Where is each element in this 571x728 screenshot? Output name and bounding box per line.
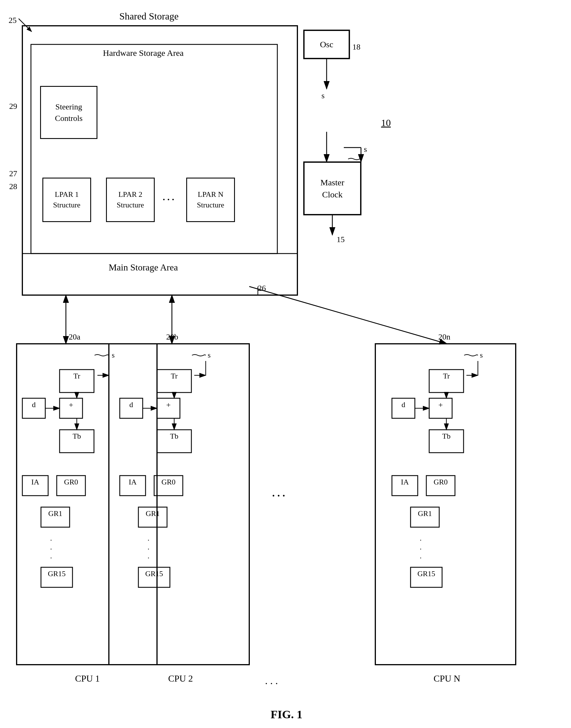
lpar-dots: . . . [163, 192, 174, 203]
osc-box: Osc [304, 30, 350, 59]
hardware-storage-label: Hardware Storage Area [57, 48, 229, 58]
ref-20b: 20b [166, 332, 178, 342]
svg-line-15 [249, 286, 447, 344]
svg-rect-4 [31, 44, 277, 254]
cpu1-plus-label: + [62, 400, 81, 410]
osc-s-label: s [322, 91, 325, 100]
cpu-bottom-dots: . . . [265, 675, 278, 687]
cpu1-gr15-label: GR15 [43, 570, 71, 578]
cpu2-gr15-label: GR15 [140, 570, 168, 578]
cpu2-gr1-label: GR1 [140, 509, 165, 518]
cpun-d-label: d [394, 400, 413, 409]
ref-26: 26 [258, 284, 266, 293]
ref25-arrow [16, 16, 39, 39]
cpu2-s-label: s [208, 351, 211, 360]
cpun-tr-label: Tr [431, 372, 462, 380]
cpu1-ia-label: IA [24, 478, 46, 486]
lpar2-box: LPAR 2Structure [106, 177, 155, 222]
cpun-s-label: s [480, 351, 483, 360]
svg-rect-16 [17, 344, 157, 665]
cpu1-d-label: d [24, 400, 43, 409]
cpun-gr15-label: GR15 [413, 570, 440, 578]
cpu2-ia-label: IA [122, 478, 143, 486]
cpun-bottom-label: CPU N [385, 673, 508, 684]
cpun-tb-label: Tb [431, 432, 462, 441]
lparn-box: LPAR NStructure [186, 177, 235, 222]
shared-storage-label: Shared Storage [92, 11, 206, 22]
ref-20a: 20a [69, 332, 80, 342]
diagram: 25 Shared Storage Hardware Storage Area … [0, 0, 571, 728]
svg-rect-18 [375, 344, 516, 665]
cpun-dots: ··· [420, 536, 422, 563]
cpu2-tr-label: Tr [159, 372, 189, 380]
cpu2-d-label: d [122, 400, 141, 409]
cpu2-bottom-label: CPU 2 [119, 673, 242, 684]
cpu1-dots: ··· [50, 536, 52, 563]
cpu1-tb-label: Tb [62, 432, 92, 441]
cpu2-dots: ··· [147, 536, 149, 563]
cpu1-gr1-label: GR1 [43, 509, 68, 518]
cpu2-plus-label: + [159, 400, 178, 410]
cpu1-gr0-label: GR0 [59, 478, 83, 486]
cpu-dots: . . . [272, 487, 285, 499]
cpun-gr1-label: GR1 [413, 509, 437, 518]
cpu1-tr-label: Tr [62, 372, 92, 380]
fig1-caption: FIG. 1 [201, 708, 372, 721]
ref-18: 18 [352, 42, 360, 51]
cpu1-s-label: s [112, 351, 115, 360]
ref-25: 25 [9, 16, 17, 25]
lpar1-box: LPAR 1Structure [42, 177, 91, 222]
cpun-gr0-label: GR0 [428, 478, 453, 486]
ref-27: 27 [9, 169, 17, 178]
ref-15: 15 [337, 235, 345, 244]
ref-28: 28 [9, 182, 17, 191]
master-clock-box: MasterClock [304, 162, 361, 215]
ref-20n: 20n [438, 332, 450, 342]
svg-rect-3 [22, 26, 298, 295]
ref-10: 10 [381, 117, 391, 128]
svg-line-59 [19, 19, 31, 31]
cpun-ia-label: IA [394, 478, 416, 486]
cpu2-tb-label: Tb [159, 432, 189, 441]
cpun-plus-label: + [431, 400, 450, 410]
ref-29: 29 [9, 102, 17, 111]
steering-controls-box: Steering Controls [40, 86, 97, 139]
svg-rect-17 [109, 344, 249, 665]
cpu2-gr0-label: GR0 [156, 478, 181, 486]
master-clock-s-label: s [364, 145, 367, 154]
main-storage-label: Main Storage Area [57, 262, 229, 273]
